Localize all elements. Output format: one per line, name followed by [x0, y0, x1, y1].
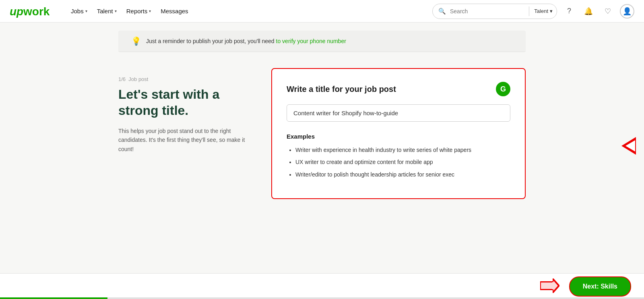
user-avatar[interactable]: 👤 — [620, 4, 634, 19]
search-icon: 🔍 — [433, 8, 450, 15]
footer-bar: Next: Skills — [0, 273, 644, 299]
example-item-2: UX writer to create and optimize content… — [295, 158, 510, 166]
next-button-wrap: Next: Skills — [540, 276, 631, 297]
nav-links: Jobs ▾ Talent ▾ Reports ▾ Messages — [67, 4, 419, 18]
grammarly-icon: G — [500, 85, 506, 93]
nav-item-talent[interactable]: Talent ▾ — [93, 4, 121, 18]
nav-jobs-label: Jobs — [71, 8, 84, 15]
jobs-chevron-icon: ▾ — [85, 9, 87, 13]
heart-icon: ♡ — [605, 7, 611, 16]
help-button[interactable]: ? — [562, 4, 576, 19]
examples-list: Writer with experience in health industr… — [287, 145, 510, 179]
svg-text:up: up — [10, 5, 23, 18]
page-description: This helps your job post stand out to th… — [118, 127, 247, 154]
job-post-form: Write a title for your job post G Exampl… — [271, 68, 526, 199]
form-title: Write a title for your job post — [287, 85, 396, 94]
nav-reports-label: Reports — [126, 8, 148, 15]
banner-text: Just a reminder to publish your job post… — [146, 38, 346, 44]
example-item-1: Writer with experience in health industr… — [295, 145, 510, 154]
navbar: up work Jobs ▾ Talent ▾ Reports ▾ Messag… — [0, 0, 644, 23]
job-title-input[interactable] — [287, 104, 510, 122]
reminder-banner: 💡 Just a reminder to publish your job po… — [118, 31, 526, 52]
upwork-logo[interactable]: up work — [10, 5, 54, 18]
reports-chevron-icon: ▾ — [149, 9, 151, 13]
nav-right: 🔍 Talent ▾ ? 🔔 ♡ 👤 — [432, 4, 634, 19]
search-divider — [529, 6, 529, 16]
examples-label: Examples — [287, 133, 510, 140]
nav-talent-label: Talent — [97, 8, 113, 15]
nav-item-jobs[interactable]: Jobs ▾ — [67, 4, 91, 18]
notifications-button[interactable]: 🔔 — [581, 4, 596, 19]
progress-fill — [0, 297, 107, 299]
nav-item-messages[interactable]: Messages — [157, 4, 192, 18]
progress-track — [0, 297, 644, 299]
nav-item-reports[interactable]: Reports ▾ — [122, 4, 155, 18]
search-bar[interactable]: 🔍 Talent ▾ — [432, 4, 557, 19]
main-content: 1/6 Job post Let's start with a strong t… — [109, 52, 535, 231]
next-skills-button[interactable]: Next: Skills — [569, 276, 631, 297]
search-input[interactable] — [450, 8, 528, 15]
bottom-arrow-annotation — [540, 278, 559, 295]
nav-messages-label: Messages — [161, 8, 188, 15]
step-label: 1/6 Job post — [118, 76, 247, 82]
help-icon: ? — [567, 7, 571, 15]
svg-text:work: work — [23, 5, 50, 18]
right-arrow-annotation — [621, 137, 636, 156]
bell-icon: 🔔 — [584, 7, 593, 16]
page-heading: Let's start with a strong title. — [118, 86, 247, 118]
user-icon: 👤 — [623, 7, 632, 16]
search-category-selector[interactable]: Talent ▾ — [530, 8, 557, 14]
example-item-3: Writer/editor to polish thought leadersh… — [295, 170, 510, 179]
favorites-button[interactable]: ♡ — [601, 4, 615, 19]
left-panel: 1/6 Job post Let's start with a strong t… — [118, 68, 247, 154]
right-pointing-arrow-icon — [540, 278, 559, 293]
left-pointing-arrow-icon — [621, 137, 636, 155]
verify-phone-link[interactable]: to verify your phone number — [276, 38, 346, 44]
form-title-row: Write a title for your job post G — [287, 82, 510, 96]
category-chevron-icon: ▾ — [550, 8, 553, 14]
lightbulb-icon: 💡 — [131, 36, 141, 46]
grammarly-button[interactable]: G — [496, 82, 510, 96]
talent-chevron-icon: ▾ — [115, 9, 117, 13]
